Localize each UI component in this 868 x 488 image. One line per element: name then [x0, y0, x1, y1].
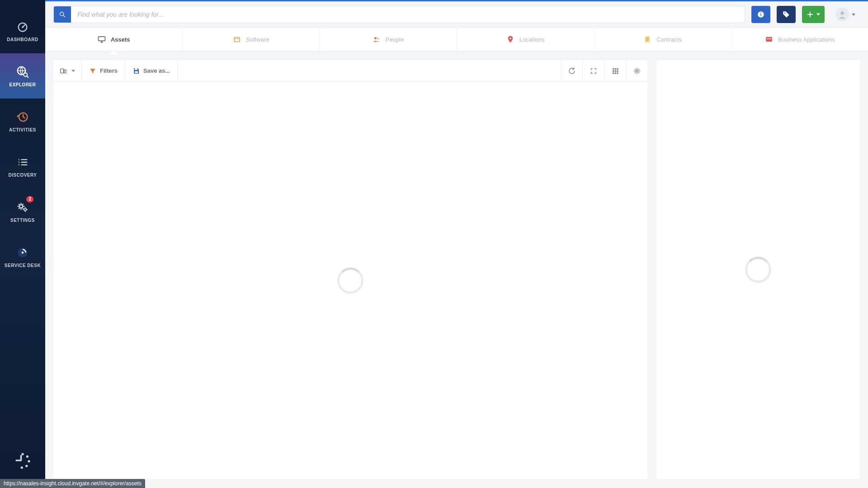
header-row	[45, 1, 868, 28]
svg-rect-46	[613, 72, 614, 74]
sidebar-item-label: SETTINGS	[10, 218, 35, 223]
avatar-icon	[835, 8, 849, 21]
svg-rect-36	[61, 69, 64, 73]
svg-point-14	[22, 251, 24, 253]
svg-rect-26	[98, 37, 105, 41]
tab-label: Locations	[519, 36, 545, 43]
svg-rect-8	[21, 159, 28, 160]
svg-rect-10	[21, 164, 28, 165]
svg-point-49	[636, 70, 638, 72]
svg-point-23	[760, 12, 761, 13]
tab-locations[interactable]: Locations	[457, 28, 594, 51]
save-as-button[interactable]: Save as...	[125, 60, 178, 81]
svg-rect-9	[21, 161, 28, 162]
svg-rect-42	[617, 68, 618, 70]
svg-rect-27	[234, 38, 240, 42]
monitor-icon	[97, 35, 106, 44]
svg-rect-22	[760, 14, 761, 16]
globe-search-icon	[16, 65, 29, 79]
plus-icon	[807, 11, 814, 18]
document-icon	[643, 35, 652, 44]
svg-point-5	[18, 159, 20, 160]
svg-rect-40	[613, 68, 614, 70]
tab-business-applications[interactable]: Business Applications	[731, 28, 868, 51]
chevron-down-icon	[852, 14, 855, 16]
settings-button[interactable]	[626, 60, 647, 81]
filters-button[interactable]: Filters	[82, 60, 125, 81]
sidebar-item-discovery[interactable]: DISCOVERY	[0, 144, 45, 189]
save-as-label: Save as...	[143, 67, 170, 74]
tab-software[interactable]: Software	[183, 28, 320, 51]
svg-rect-41	[614, 68, 616, 70]
grid-icon	[612, 67, 619, 75]
badge-count: 2	[26, 196, 33, 202]
svg-rect-45	[617, 70, 618, 71]
svg-rect-34	[769, 38, 769, 39]
sidebar-item-label: EXPLORER	[9, 82, 36, 87]
tab-label: People	[386, 36, 404, 43]
svg-rect-35	[770, 38, 771, 39]
content-area: Filters Save as...	[45, 51, 868, 488]
panel-collapse-button[interactable]	[53, 60, 82, 81]
explorer-tabs: Assets Software People Locations Contrac…	[45, 28, 868, 51]
sidebar-item-activities[interactable]: ACTIVITIES	[0, 99, 45, 144]
loading-spinner-icon	[337, 267, 363, 294]
tab-label: Contracts	[656, 36, 682, 43]
loading-spinner-icon	[745, 257, 771, 283]
svg-rect-47	[614, 72, 616, 74]
svg-point-7	[18, 164, 20, 166]
side-panel	[656, 60, 860, 479]
svg-point-19	[21, 466, 23, 469]
tag-icon	[782, 10, 790, 19]
svg-point-15	[21, 453, 24, 455]
chevron-down-icon	[71, 69, 75, 73]
svg-rect-43	[613, 70, 614, 71]
grid-view-button[interactable]	[604, 60, 626, 81]
tab-contracts[interactable]: Contracts	[594, 28, 731, 51]
svg-point-16	[26, 455, 28, 458]
sidebar-item-settings[interactable]: 2 SETTINGS	[0, 189, 45, 234]
svg-rect-37	[64, 70, 66, 73]
sidebar-item-label: DASHBOARD	[7, 37, 38, 42]
search-input[interactable]	[71, 6, 745, 23]
svg-point-6	[18, 161, 20, 163]
sidebar-item-label: SERVICE DESK	[5, 263, 41, 268]
list-icon	[16, 155, 29, 169]
gear-icon	[633, 67, 641, 75]
svg-point-29	[377, 38, 379, 39]
svg-rect-38	[135, 68, 137, 70]
refresh-button[interactable]	[561, 60, 582, 81]
main-panel: Filters Save as...	[53, 60, 647, 479]
save-icon	[132, 67, 140, 75]
tab-label: Business Applications	[778, 36, 835, 43]
info-button[interactable]	[751, 6, 770, 23]
pin-icon	[506, 35, 515, 44]
sidebar-item-service-desk[interactable]: SERVICE DESK	[0, 234, 45, 279]
gauge-icon	[16, 20, 29, 33]
tab-assets[interactable]: Assets	[45, 28, 183, 51]
search-icon	[59, 11, 66, 18]
people-icon	[372, 35, 381, 44]
svg-rect-39	[135, 71, 138, 73]
app-logo-icon	[13, 451, 32, 470]
svg-point-25	[840, 12, 844, 15]
svg-point-18	[25, 465, 28, 467]
svg-rect-33	[767, 38, 768, 39]
app-grid-icon	[764, 35, 774, 44]
sidebar-item-label: ACTIVITIES	[9, 127, 36, 132]
sidebar-item-explorer[interactable]: EXPLORER	[0, 53, 45, 99]
sidebar-item-label: DISCOVERY	[8, 173, 37, 178]
tab-label: Software	[246, 36, 269, 43]
tab-label: Assets	[111, 36, 130, 43]
expand-button[interactable]	[582, 60, 604, 81]
tag-button[interactable]	[777, 6, 796, 23]
tab-people[interactable]: People	[320, 28, 457, 51]
user-menu[interactable]	[831, 6, 860, 23]
sidebar-item-dashboard[interactable]: DASHBOARD	[0, 8, 45, 53]
svg-point-30	[509, 38, 511, 39]
chevron-down-icon	[816, 13, 820, 16]
toolbar: Filters Save as...	[53, 60, 647, 82]
search-button[interactable]	[54, 6, 71, 23]
service-desk-icon	[16, 246, 29, 259]
add-button[interactable]	[802, 6, 825, 23]
